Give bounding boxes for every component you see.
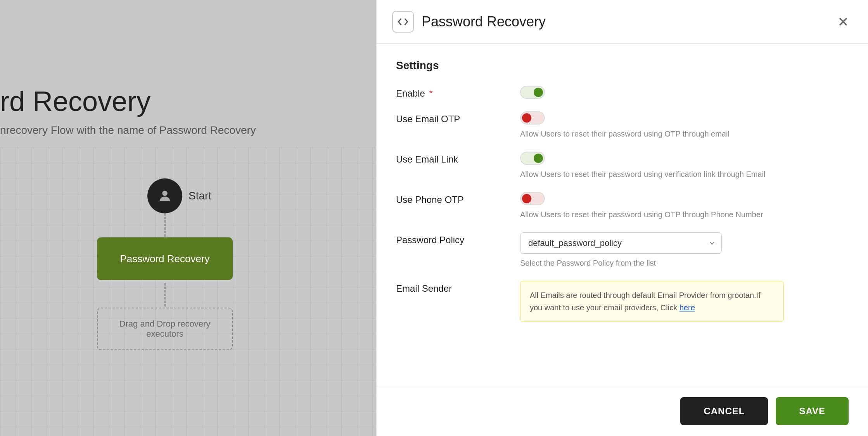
enable-toggle[interactable]	[520, 86, 545, 99]
password-policy-row: Password Policy default_password_policy …	[396, 232, 849, 268]
password-recovery-label: Password Recovery	[120, 253, 209, 265]
save-button[interactable]: SAVE	[776, 397, 849, 425]
email-sender-row: Email Sender All Emails are routed throu…	[396, 281, 849, 322]
enable-row: Enable *	[396, 86, 849, 99]
email-otp-toggle-wrapper	[520, 111, 849, 125]
email-link-knob	[534, 154, 543, 163]
email-link-label: Use Email Link	[396, 152, 505, 165]
phone-otp-hint: Allow Users to reset their password usin…	[520, 209, 849, 220]
enable-label: Enable *	[396, 86, 505, 99]
modal-body: Settings Enable * Use Email OTP	[377, 44, 868, 386]
password-policy-label: Password Policy	[396, 232, 505, 246]
enable-control	[520, 86, 849, 99]
svg-point-0	[162, 191, 167, 196]
email-otp-toggle[interactable]	[520, 111, 545, 125]
email-sender-alert-text: All Emails are routed through default Em…	[530, 291, 761, 312]
close-button[interactable]	[834, 12, 852, 31]
password-policy-select[interactable]: default_password_policy	[520, 232, 722, 254]
email-link-row: Use Email Link Allow Users to reset thei…	[396, 152, 849, 180]
password-policy-hint: Select the Password Policy from the list	[520, 258, 849, 268]
email-link-toggle[interactable]	[520, 152, 545, 165]
start-circle	[147, 178, 182, 213]
email-sender-alert: All Emails are routed through default Em…	[520, 281, 784, 322]
drag-drop-box: Drag and Drop recoveryexecutors	[97, 308, 233, 350]
email-otp-knob	[522, 113, 531, 123]
drag-drop-label: Drag and Drop recoveryexecutors	[116, 315, 214, 343]
email-link-control: Allow Users to reset their password usin…	[520, 152, 849, 180]
bg-subtitle: nrecovery Flow with the name of Password…	[0, 124, 256, 137]
section-title: Settings	[396, 59, 849, 72]
email-otp-label: Use Email OTP	[396, 111, 505, 125]
modal-title: Password Recovery	[422, 14, 826, 30]
password-policy-control: default_password_policy Select the Passw…	[520, 232, 849, 268]
phone-otp-toggle[interactable]	[520, 192, 545, 205]
start-node: Start	[147, 178, 211, 213]
code-icon	[398, 16, 408, 27]
modal-header: Password Recovery	[377, 0, 868, 44]
password-recovery-box: Password Recovery	[97, 237, 233, 280]
email-sender-label: Email Sender	[396, 281, 505, 294]
start-label: Start	[188, 190, 211, 202]
bg-title: rd Recovery	[0, 85, 150, 117]
email-link-toggle-wrapper	[520, 152, 849, 165]
email-otp-row: Use Email OTP Allow Users to reset their…	[396, 111, 849, 139]
phone-otp-knob	[522, 194, 531, 203]
phone-otp-label: Use Phone OTP	[396, 192, 505, 205]
background-panel: rd Recovery nrecovery Flow with the name…	[0, 0, 376, 436]
enable-toggle-wrapper	[520, 86, 849, 99]
phone-otp-control: Allow Users to reset their password usin…	[520, 192, 849, 220]
email-otp-control: Allow Users to reset their password usin…	[520, 111, 849, 139]
required-marker: *	[427, 88, 433, 99]
dashed-line-1	[164, 213, 166, 237]
modal-footer: CANCEL SAVE	[377, 386, 868, 436]
phone-otp-row: Use Phone OTP Allow Users to reset their…	[396, 192, 849, 220]
email-link-hint: Allow Users to reset their password usin…	[520, 169, 849, 180]
phone-otp-toggle-wrapper	[520, 192, 849, 205]
close-icon	[836, 15, 850, 29]
person-icon	[157, 188, 173, 204]
code-icon-button[interactable]	[392, 11, 414, 33]
email-otp-hint: Allow Users to reset their password usin…	[520, 128, 849, 139]
dashed-line-2	[164, 283, 166, 306]
email-sender-link[interactable]: here	[680, 303, 695, 312]
email-sender-control: All Emails are routed through default Em…	[520, 281, 849, 322]
modal-panel: Password Recovery Settings Enable *	[376, 0, 868, 436]
cancel-button[interactable]: CANCEL	[680, 397, 768, 425]
enable-toggle-knob	[534, 88, 543, 97]
